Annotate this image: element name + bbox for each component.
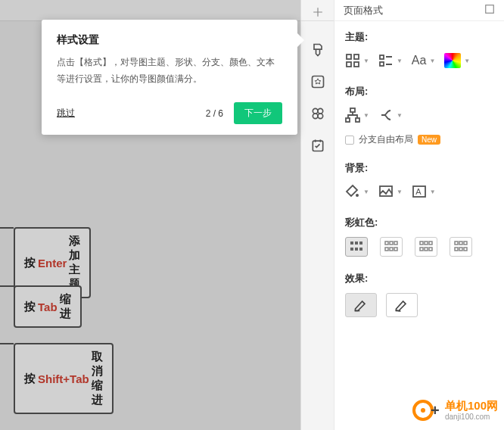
free-layout-label: 分支自由布局 — [359, 133, 413, 146]
rainbow-label: 彩虹色: — [345, 216, 493, 229]
clover-icon[interactable] — [309, 104, 327, 123]
tooltip-pointer-icon — [297, 33, 304, 47]
next-button[interactable]: 下一步 — [234, 102, 282, 124]
svg-rect-12 — [380, 62, 384, 66]
caret-down-icon: ▼ — [363, 112, 369, 119]
svg-point-1 — [313, 108, 318, 114]
format-paint-icon[interactable] — [309, 41, 327, 59]
section-rainbow: 彩虹色: — [345, 216, 493, 257]
theme-list-icon[interactable]: ▼ — [378, 51, 403, 70]
text-aa-icon: Aa — [412, 54, 427, 67]
rainbow-opt-1[interactable] — [345, 237, 368, 257]
svg-rect-11 — [380, 55, 384, 59]
logo-text: 单机100网 danji100.com — [445, 400, 498, 421]
svg-rect-38 — [459, 241, 462, 245]
star-icon[interactable] — [309, 73, 327, 91]
caret-down-icon: ▼ — [363, 58, 369, 64]
rainbow-opt-2[interactable] — [380, 237, 403, 257]
caret-down-icon: ▼ — [464, 58, 470, 64]
layout-branch-icon[interactable]: ▼ — [378, 106, 403, 124]
svg-rect-31 — [420, 241, 423, 245]
svg-rect-33 — [429, 241, 432, 245]
background-label: 背景: — [345, 161, 493, 175]
bg-image-icon[interactable]: ▼ — [378, 182, 403, 201]
caret-down-icon: ▼ — [397, 112, 403, 119]
theme-grid-icon[interactable]: ▼ — [345, 51, 369, 70]
panel-title: 页面格式 — [344, 4, 383, 17]
effect-marker-icon[interactable] — [386, 293, 418, 317]
svg-rect-19 — [350, 241, 353, 245]
svg-rect-9 — [347, 62, 351, 67]
panel-body: 主题: ▼ ▼ Aa ▼ ▼ — [334, 21, 504, 317]
svg-rect-39 — [464, 241, 467, 245]
svg-point-44 — [421, 408, 425, 413]
caret-down-icon: ▼ — [397, 189, 403, 195]
svg-rect-28 — [385, 248, 388, 251]
svg-rect-15 — [356, 118, 359, 122]
theme-color-icon[interactable]: ▼ — [444, 51, 470, 70]
caret-down-icon: ▼ — [363, 189, 369, 195]
rainbow-swatch-icon — [444, 53, 461, 68]
svg-rect-25 — [385, 241, 388, 245]
tooltip-footer-right: 2 / 6 下一步 — [206, 102, 282, 124]
svg-rect-14 — [346, 118, 350, 122]
effect-pen-icon[interactable] — [345, 293, 377, 317]
effect-label: 效果: — [345, 272, 493, 285]
section-theme: 主题: ▼ ▼ Aa ▼ ▼ — [345, 30, 493, 70]
svg-rect-29 — [390, 248, 393, 251]
theme-label: 主题: — [345, 30, 493, 44]
theme-text-icon[interactable]: Aa ▼ — [412, 51, 436, 70]
caret-down-icon: ▼ — [429, 58, 435, 64]
caret-down-icon: ▼ — [397, 58, 403, 64]
svg-point-16 — [356, 194, 359, 197]
site-logo: + 单机100网 danji100.com — [410, 395, 498, 425]
svg-rect-8 — [354, 55, 359, 59]
step-counter: 2 / 6 — [206, 108, 223, 119]
expand-icon[interactable] — [484, 4, 495, 17]
svg-rect-40 — [455, 248, 458, 251]
side-nav — [300, 0, 334, 430]
svg-rect-27 — [394, 241, 397, 245]
panel-header: 页面格式 — [334, 0, 504, 21]
bg-fill-icon[interactable]: ▼ — [345, 182, 369, 201]
svg-rect-26 — [390, 241, 393, 245]
task-icon[interactable] — [309, 136, 327, 154]
overview-icon[interactable] — [309, 3, 327, 21]
svg-rect-42 — [464, 248, 467, 251]
svg-rect-10 — [354, 62, 359, 67]
svg-rect-7 — [347, 55, 351, 59]
tooltip-title: 样式设置 — [57, 33, 282, 47]
svg-point-2 — [318, 108, 323, 114]
checkbox-icon[interactable] — [345, 136, 354, 145]
layout-label: 布局: — [345, 85, 493, 98]
section-background: 背景: ▼ ▼ A ▼ — [345, 161, 493, 201]
svg-rect-34 — [420, 248, 423, 251]
onboarding-tooltip: 样式设置 点击【格式】，对导图主题、形状、分支、颜色、文本等进行设置，让你的导图… — [42, 20, 297, 135]
watermark-letter: A — [415, 187, 421, 196]
logo-subtitle: danji100.com — [445, 413, 498, 421]
layout-tree-icon[interactable]: ▼ — [345, 106, 369, 124]
divider — [301, 20, 334, 21]
skip-link[interactable]: 跳过 — [57, 107, 75, 120]
svg-rect-41 — [459, 248, 462, 251]
svg-text:+: + — [431, 402, 440, 419]
svg-rect-32 — [425, 241, 428, 245]
svg-point-3 — [313, 114, 318, 119]
svg-rect-20 — [355, 241, 358, 245]
section-effect: 效果: — [345, 272, 493, 317]
svg-rect-23 — [355, 248, 358, 251]
svg-rect-21 — [359, 241, 362, 245]
rainbow-opt-3[interactable] — [415, 237, 437, 257]
svg-rect-36 — [429, 248, 432, 251]
tooltip-footer: 跳过 2 / 6 下一步 — [57, 102, 282, 124]
new-badge: New — [418, 135, 440, 145]
section-layout: 布局: ▼ ▼ 分支自由布局 New — [345, 85, 493, 146]
svg-rect-35 — [425, 248, 428, 251]
rainbow-opt-4[interactable] — [450, 237, 472, 257]
tooltip-body: 点击【格式】，对导图主题、形状、分支、颜色、文本等进行设置，让你的导图颜值满分。 — [57, 55, 282, 87]
free-layout-option[interactable]: 分支自由布局 New — [345, 133, 493, 146]
bg-watermark-icon[interactable]: A ▼ — [412, 182, 436, 201]
svg-rect-22 — [350, 248, 353, 251]
logo-title: 单机100网 — [445, 400, 498, 413]
svg-rect-30 — [394, 248, 397, 251]
